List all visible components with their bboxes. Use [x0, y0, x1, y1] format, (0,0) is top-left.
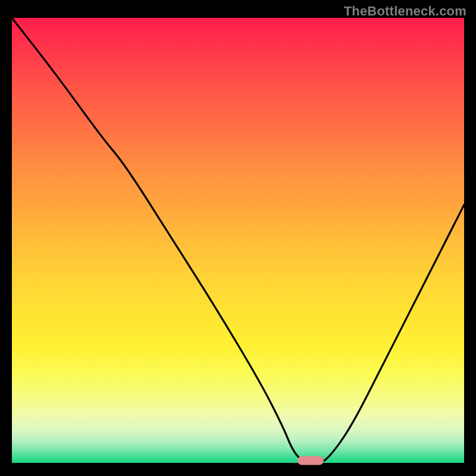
- optimal-marker: [298, 456, 324, 465]
- chart-frame: TheBottleneck.com: [0, 0, 476, 476]
- watermark-text: TheBottleneck.com: [344, 4, 466, 19]
- plot-area: [12, 18, 464, 463]
- bottleneck-curve: [12, 18, 464, 463]
